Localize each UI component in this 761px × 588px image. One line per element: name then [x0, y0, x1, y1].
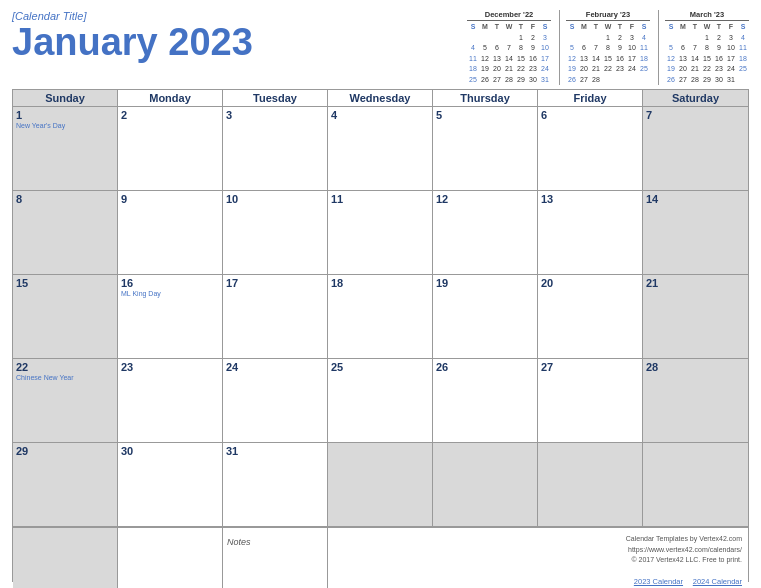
notes-cell-mon	[118, 528, 223, 588]
week-row-5: 29 30 31	[13, 443, 748, 527]
day-empty-1	[328, 443, 433, 526]
header-wednesday: Wednesday	[328, 90, 433, 106]
day-14: 14	[643, 191, 748, 274]
calendar-body: 1 New Year's Day 2 3 4 5 6 7 8 9 10 11 1…	[13, 107, 748, 581]
notes-cell-sun	[13, 528, 118, 588]
notes-cell-tue: Notes	[223, 528, 328, 588]
day-23: 23	[118, 359, 223, 442]
month-year-title: January 2023	[12, 22, 253, 64]
day-10: 10	[223, 191, 328, 274]
day-18: 18	[328, 275, 433, 358]
day-12: 12	[433, 191, 538, 274]
day-15: 15	[13, 275, 118, 358]
day-3: 3	[223, 107, 328, 190]
mini-cal-feb: February '23 SMTWTFS 1234 567891011 1213…	[559, 10, 650, 85]
notes-label: Notes	[227, 537, 251, 547]
day-16: 16 ML King Day	[118, 275, 223, 358]
header-area: [Calendar Title] January 2023 December '…	[12, 10, 749, 85]
day-1: 1 New Year's Day	[13, 107, 118, 190]
mini-cal-dec-grid: SMTWTFS 123 45678910 11121314151617 1819…	[467, 22, 551, 85]
branding-line3: © 2017 Vertex42 LLC. Free to print.	[631, 556, 742, 563]
branding-line2: https://www.vertex42.com/calendars/	[628, 546, 742, 553]
header-tuesday: Tuesday	[223, 90, 328, 106]
main-calendar: Sunday Monday Tuesday Wednesday Thursday…	[12, 89, 749, 582]
week-row-4: 22 Chinese New Year 23 24 25 26 27 28	[13, 359, 748, 443]
notes-row: Notes Calendar Templates by Vertex42.com…	[13, 527, 748, 581]
mini-cal-feb-grid: SMTWTFS 1234 567891011 12131415161718 19…	[566, 22, 650, 85]
day-13: 13	[538, 191, 643, 274]
day-24: 24	[223, 359, 328, 442]
day-9: 9	[118, 191, 223, 274]
day-31: 31	[223, 443, 328, 526]
day-22: 22 Chinese New Year	[13, 359, 118, 442]
day-4: 4	[328, 107, 433, 190]
notes-info: Calendar Templates by Vertex42.com https…	[626, 532, 742, 588]
week-row-3: 15 16 ML King Day 17 18 19 20 21	[13, 275, 748, 359]
day-19: 19	[433, 275, 538, 358]
day-30: 30	[118, 443, 223, 526]
header-friday: Friday	[538, 90, 643, 106]
mini-cal-dec: December '22 SMTWTFS 123 45678910 111213…	[467, 10, 551, 85]
header-sunday: Sunday	[13, 90, 118, 106]
mini-cal-dec-title: December '22	[467, 10, 551, 21]
mini-cal-mar: March '23 SMTWTFS 1234 567891011 1213141…	[658, 10, 749, 85]
day-5: 5	[433, 107, 538, 190]
header-monday: Monday	[118, 90, 223, 106]
mini-cal-feb-title: February '23	[566, 10, 650, 21]
notes-info-cell: Calendar Templates by Vertex42.com https…	[328, 528, 748, 588]
header-saturday: Saturday	[643, 90, 748, 106]
day-7: 7	[643, 107, 748, 190]
day-28: 28	[643, 359, 748, 442]
day-empty-3	[538, 443, 643, 526]
day-29: 29	[13, 443, 118, 526]
day-headers-row: Sunday Monday Tuesday Wednesday Thursday…	[13, 90, 748, 107]
link-2023[interactable]: 2023 Calendar	[634, 577, 683, 586]
calendar-wrapper: [Calendar Title] January 2023 December '…	[0, 0, 761, 588]
day-empty-2	[433, 443, 538, 526]
mini-cal-mar-title: March '23	[665, 10, 749, 21]
link-2024[interactable]: 2024 Calendar	[693, 577, 742, 586]
mini-calendars: December '22 SMTWTFS 123 45678910 111213…	[467, 10, 749, 85]
day-27: 27	[538, 359, 643, 442]
title-section: [Calendar Title] January 2023	[12, 10, 253, 64]
day-26: 26	[433, 359, 538, 442]
week-row-2: 8 9 10 11 12 13 14	[13, 191, 748, 275]
day-2: 2	[118, 107, 223, 190]
mini-cal-mar-grid: SMTWTFS 1234 567891011 12131415161718 19…	[665, 22, 749, 85]
day-20: 20	[538, 275, 643, 358]
day-17: 17	[223, 275, 328, 358]
day-empty-4	[643, 443, 748, 526]
branding-line1: Calendar Templates by Vertex42.com	[626, 535, 742, 542]
day-21: 21	[643, 275, 748, 358]
day-11: 11	[328, 191, 433, 274]
footer-links: 2023 Calendar 2024 Calendar	[634, 578, 742, 585]
day-6: 6	[538, 107, 643, 190]
day-25: 25	[328, 359, 433, 442]
week-row-1: 1 New Year's Day 2 3 4 5 6 7	[13, 107, 748, 191]
header-thursday: Thursday	[433, 90, 538, 106]
day-8: 8	[13, 191, 118, 274]
